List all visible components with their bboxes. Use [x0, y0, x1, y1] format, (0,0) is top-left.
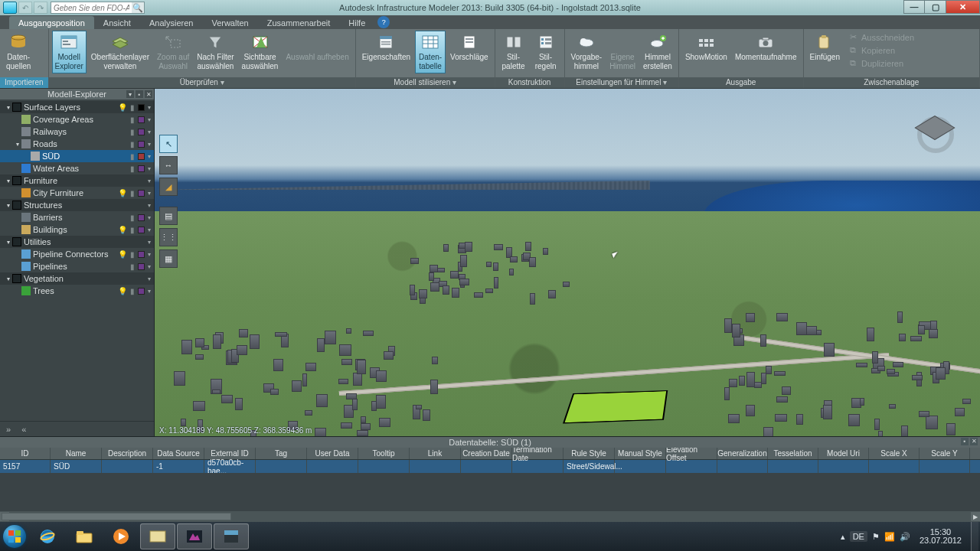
- auswahl-aufheben-button[interactable]: Auswahl aufheben: [283, 31, 351, 64]
- momentaufnahme-button[interactable]: Momentaufnahme: [732, 31, 800, 64]
- ausschneiden-item[interactable]: ✂Ausschneiden: [849, 32, 914, 42]
- panel-cap-ueberpruefen[interactable]: Überprüfen: [49, 77, 355, 88]
- datatable-hscroll[interactable]: ◀ ▶: [0, 511, 980, 522]
- col-generalization[interactable]: Generalization: [717, 448, 768, 459]
- edit-tool[interactable]: ◢: [159, 178, 178, 196]
- himmel-erstellen-button[interactable]: Himmel erstellen: [640, 31, 675, 73]
- tree-structures[interactable]: ▾Structures▾: [0, 199, 154, 211]
- taskbar-app1[interactable]: [140, 523, 175, 549]
- taskbar-ie[interactable]: [30, 523, 65, 549]
- col-tesselation[interactable]: Tesselation: [768, 448, 818, 459]
- einfuegen-button[interactable]: Einfügen: [807, 31, 843, 64]
- camera-tool[interactable]: ▦: [159, 249, 178, 268]
- tab-hilfe[interactable]: Hilfe: [339, 16, 374, 29]
- explorer-close-icon[interactable]: ✕: [145, 90, 152, 98]
- vorgabehimmel-button[interactable]: Vorgabe- himmel: [568, 31, 606, 73]
- datatable-pin-icon[interactable]: ▪: [961, 438, 969, 445]
- tree-furniture[interactable]: ▾Furniture▾: [0, 174, 154, 187]
- taskbar-aim[interactable]: [177, 523, 212, 549]
- close-button[interactable]: ✕: [946, 0, 980, 14]
- tray-clock[interactable]: 15:3023.07.2012: [920, 528, 962, 545]
- col-data-source[interactable]: Data Source: [153, 448, 204, 459]
- tab-verwalten[interactable]: Verwalten: [202, 16, 257, 29]
- col-creation-date[interactable]: Creation Date: [461, 448, 512, 459]
- tree-pipelines[interactable]: Pipelines▮▾: [0, 260, 154, 272]
- start-button[interactable]: [0, 522, 29, 551]
- help-icon[interactable]: ?: [377, 16, 390, 28]
- tab-ausgangsposition[interactable]: Ausgangsposition: [9, 16, 94, 29]
- minimize-button[interactable]: —: [903, 0, 925, 14]
- oberflaechenlayer-button[interactable]: Oberflächenlayer verwalten: [88, 31, 152, 73]
- bookmarks-tool[interactable]: ▤: [159, 207, 178, 225]
- show-desktop-button[interactable]: [971, 522, 978, 551]
- tree-süd[interactable]: SÜD▮▾: [0, 150, 154, 162]
- selected-parcel[interactable]: [563, 390, 668, 424]
- tree-pipeline-connectors[interactable]: Pipeline Connectors💡▮▾: [0, 248, 154, 260]
- col-description[interactable]: Description: [102, 448, 153, 459]
- col-scale-y[interactable]: Scale Y: [920, 448, 970, 459]
- tray-flag-icon[interactable]: ⚑: [872, 532, 880, 542]
- stilpalette-button[interactable]: Stil- palette: [498, 31, 529, 73]
- panel-cap-stilisieren[interactable]: Modell stilisieren: [356, 77, 495, 88]
- datatable-close-icon[interactable]: ✕: [970, 438, 978, 445]
- tree-surface-layers[interactable]: ▾Surface Layers💡▮▾: [0, 101, 154, 113]
- scroll-thumb[interactable]: [2, 513, 231, 520]
- col-name[interactable]: Name: [51, 448, 102, 459]
- tab-ansicht[interactable]: Ansicht: [94, 16, 140, 29]
- eigenschaften-button[interactable]: Eigenschaften: [359, 31, 413, 64]
- showmotion-button[interactable]: ShowMotion: [682, 31, 730, 64]
- scroll-right-icon[interactable]: ▶: [971, 512, 980, 521]
- col-external-id[interactable]: External ID: [204, 448, 256, 459]
- sichtbare-button[interactable]: Sichtbare auswählen: [239, 31, 282, 73]
- explorer-pin-icon[interactable]: ▪: [136, 90, 143, 98]
- tray-up-icon[interactable]: ▴: [841, 532, 845, 542]
- taskbar-app3[interactable]: [214, 523, 249, 549]
- app-icon[interactable]: [3, 2, 17, 14]
- tree-trees[interactable]: Trees💡▮▾: [0, 285, 154, 297]
- col-tooltip[interactable]: Tooltip: [358, 448, 410, 459]
- eigene-himmel-button[interactable]: Eigene Himmel: [606, 31, 639, 73]
- tab-zusammenarbeit[interactable]: Zusammenarbeit: [258, 16, 340, 29]
- tab-analysieren[interactable]: Analysieren: [140, 16, 202, 29]
- tray-volume-icon[interactable]: 🔊: [900, 532, 910, 542]
- tree-barriers[interactable]: Barriers▮▾: [0, 211, 154, 223]
- datenquellen-button[interactable]: Daten- quellen: [3, 31, 34, 73]
- explorer-menu-icon[interactable]: ▾: [126, 90, 134, 98]
- datatable-columns[interactable]: IDNameDescriptionData SourceExternal IDT…: [0, 448, 980, 460]
- col-manual-style[interactable]: Manual Style: [615, 448, 666, 459]
- col-scale-x[interactable]: Scale X: [869, 448, 920, 459]
- datentabelle-button[interactable]: Daten- tabelle: [415, 31, 446, 73]
- kopieren-item[interactable]: ⧉Kopieren: [849, 45, 914, 55]
- qat-redo[interactable]: ↷: [34, 2, 47, 14]
- tree-roads[interactable]: ▾Roads▮▾: [0, 138, 154, 150]
- duplizieren-item[interactable]: ⧉Duplizieren: [849, 58, 914, 68]
- table-row[interactable]: 5157SÜD-1d570a0cb-bae...Street/Sidewal..…: [0, 460, 980, 473]
- tree-city-furniture[interactable]: City Furniture💡▮▾: [0, 187, 154, 199]
- tray-language[interactable]: DE: [850, 531, 867, 542]
- explorer-tree[interactable]: ▾Surface Layers💡▮▾Coverage Areas▮▾Railwa…: [0, 99, 154, 421]
- stilregeln-button[interactable]: Stil- regeln: [531, 31, 561, 73]
- fdo-search[interactable]: 🔍: [51, 2, 145, 14]
- col-elevation-offset[interactable]: Elevation Offset: [666, 448, 717, 459]
- col-user-data[interactable]: User Data: [307, 448, 358, 459]
- expand-all-icon[interactable]: «: [21, 425, 26, 434]
- tree-vegetation[interactable]: ▾Vegetation▾: [0, 272, 154, 285]
- tree-water-areas[interactable]: Water Areas▮▾: [0, 162, 154, 174]
- collapse-all-icon[interactable]: »: [6, 425, 11, 434]
- col-link[interactable]: Link: [410, 448, 461, 459]
- col-model-uri[interactable]: Model Uri: [818, 448, 869, 459]
- select-tool[interactable]: ↖: [159, 135, 178, 153]
- search-icon[interactable]: 🔍: [132, 2, 144, 13]
- panel-cap-himmel[interactable]: Einstellungen für Himmel: [565, 77, 678, 88]
- taskbar-explorer[interactable]: [67, 523, 102, 549]
- tray-network-icon[interactable]: 📶: [884, 532, 895, 542]
- taskbar-media[interactable]: [103, 523, 139, 549]
- fdo-search-input[interactable]: [51, 2, 132, 13]
- qat-undo[interactable]: ↶: [18, 2, 32, 14]
- tree-railways[interactable]: Railways▮▾: [0, 126, 154, 138]
- grip-tool[interactable]: ⋮⋮: [159, 228, 178, 246]
- nach-filter-button[interactable]: Nach Filter auswählen: [194, 31, 237, 73]
- col-rule-style[interactable]: Rule Style: [564, 448, 615, 459]
- zoom-auswahl-button[interactable]: Zoom auf Auswahl: [154, 31, 192, 73]
- tree-buildings[interactable]: Buildings💡▮▾: [0, 223, 154, 236]
